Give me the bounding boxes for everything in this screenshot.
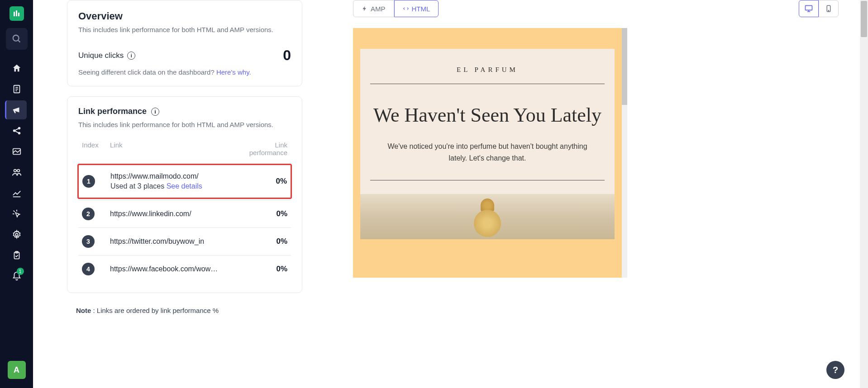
see-details-link[interactable]: See details	[167, 182, 202, 190]
svg-point-21	[15, 233, 18, 236]
nav-home[interactable]	[6, 59, 28, 78]
main-content: Overview This includes link performance …	[33, 0, 868, 388]
note-rest: : Links are ordered by link performance …	[91, 307, 219, 314]
overview-title: Overview	[78, 10, 291, 22]
link-details: Used at 3 places See details	[110, 182, 237, 190]
page-scrollbar[interactable]	[860, 0, 868, 388]
note-prefix: Seeing different click data on the dashb…	[78, 68, 216, 76]
preview-toolbar: AMP HTML	[302, 0, 839, 17]
svg-point-10	[18, 128, 20, 129]
help-button[interactable]: ?	[826, 361, 844, 379]
col-index-header: Index	[82, 141, 110, 156]
nav-analytics[interactable]	[6, 184, 28, 203]
note-bold: Note	[76, 307, 91, 314]
html-label: HTML	[412, 5, 430, 13]
col-link-header: Link	[110, 141, 238, 156]
nav-settings[interactable]	[6, 225, 28, 244]
nav-contacts[interactable]	[6, 163, 28, 182]
user-avatar[interactable]: A	[8, 361, 26, 379]
clipboard-icon	[12, 251, 22, 260]
info-icon[interactable]: i	[127, 52, 135, 60]
metric-label: Unique clicks i	[78, 51, 135, 60]
perf-value: 0%	[276, 177, 287, 185]
col-perf-header: Link performance	[238, 141, 287, 156]
link-row[interactable]: 2https://www.linkedin.com/0%	[78, 200, 291, 227]
email-headline: We Haven't Seen You Lately	[370, 102, 605, 128]
amp-toggle[interactable]: AMP	[353, 0, 394, 17]
overview-card: Overview This includes link performance …	[67, 0, 302, 86]
svg-line-18	[13, 211, 14, 212]
click-data-note: Seeing different click data on the dashb…	[78, 68, 291, 76]
sidebar: 1 A	[0, 0, 33, 388]
search-button[interactable]	[6, 28, 28, 50]
svg-point-15	[14, 170, 16, 172]
table-header: Index Link Link performance	[78, 137, 291, 163]
gear-icon	[12, 230, 22, 240]
metric-value: 0	[283, 47, 291, 64]
heres-why-link[interactable]: Here's why.	[216, 68, 251, 76]
index-badge: 1	[82, 175, 95, 188]
mobile-view-button[interactable]	[819, 0, 839, 17]
svg-point-28	[828, 10, 829, 11]
format-toggle: AMP HTML	[353, 0, 439, 17]
overview-subtitle: This includes link performance for both …	[78, 26, 291, 33]
users-icon	[12, 167, 22, 177]
preview-scrollbar[interactable]	[622, 28, 627, 278]
nav-media[interactable]	[6, 142, 28, 161]
link-row[interactable]: 1https://www.mailmodo.com/Used at 3 plac…	[77, 164, 292, 199]
link-performance-title: Link performance	[78, 107, 147, 116]
nav-clipboard[interactable]	[6, 246, 28, 265]
svg-point-11	[18, 132, 20, 134]
svg-rect-0	[14, 12, 15, 16]
home-icon	[12, 63, 22, 73]
link-row[interactable]: 3https://twitter.com/buywow_in0%	[78, 227, 291, 255]
svg-line-13	[15, 131, 18, 133]
mobile-icon	[825, 5, 833, 13]
link-url: https://www.linkedin.com/	[110, 210, 238, 218]
svg-rect-1	[16, 10, 17, 16]
svg-line-4	[18, 40, 20, 43]
document-icon	[12, 84, 22, 94]
nav-notifications[interactable]: 1	[6, 267, 28, 286]
info-icon[interactable]: i	[151, 108, 159, 116]
email-preview: EL PARFUM We Haven't Seen You Lately We'…	[353, 28, 622, 278]
divider	[370, 180, 605, 180]
ordering-note: Note : Links are ordered by link perform…	[67, 303, 302, 314]
amp-label: AMP	[371, 5, 386, 13]
html-toggle[interactable]: HTML	[394, 0, 439, 17]
link-performance-subtitle: This includes link performance for both …	[78, 121, 291, 128]
desktop-icon	[804, 4, 813, 13]
megaphone-icon	[12, 105, 22, 115]
notification-badge: 1	[17, 268, 24, 275]
svg-line-12	[15, 128, 18, 130]
nav-campaigns[interactable]	[5, 100, 27, 119]
link-performance-card: Link performance i This includes link pe…	[67, 96, 302, 293]
perf-value: 0%	[276, 209, 287, 218]
email-hero-image	[360, 194, 615, 239]
svg-rect-24	[806, 5, 812, 10]
link-url: https://www.facebook.com/wow…	[110, 265, 238, 273]
link-row[interactable]: 4https://www.facebook.com/wow…0%	[78, 255, 291, 283]
cursor-click-icon	[12, 209, 22, 219]
search-icon	[12, 34, 22, 44]
index-badge: 4	[82, 263, 95, 275]
link-url: https://www.mailmodo.com/	[110, 172, 237, 180]
chart-icon	[12, 188, 22, 198]
email-brand: EL PARFUM	[370, 66, 605, 74]
link-url: https://twitter.com/buywow_in	[110, 237, 238, 246]
app-logo[interactable]	[10, 6, 24, 21]
desktop-view-button[interactable]	[799, 0, 819, 17]
device-toggle	[799, 0, 839, 17]
nav-templates[interactable]	[6, 80, 28, 99]
index-badge: 3	[82, 235, 95, 248]
index-badge: 2	[82, 208, 95, 220]
nav-clicks[interactable]	[6, 204, 28, 223]
svg-point-9	[13, 130, 15, 132]
perf-value: 0%	[276, 237, 287, 246]
lightning-icon	[362, 5, 368, 12]
metric-label-text: Unique clicks	[78, 51, 124, 60]
email-body: We've noticed you're into perfume but ha…	[370, 141, 605, 164]
nav-share[interactable]	[6, 121, 28, 140]
share-icon	[12, 126, 22, 136]
svg-point-16	[17, 170, 19, 172]
